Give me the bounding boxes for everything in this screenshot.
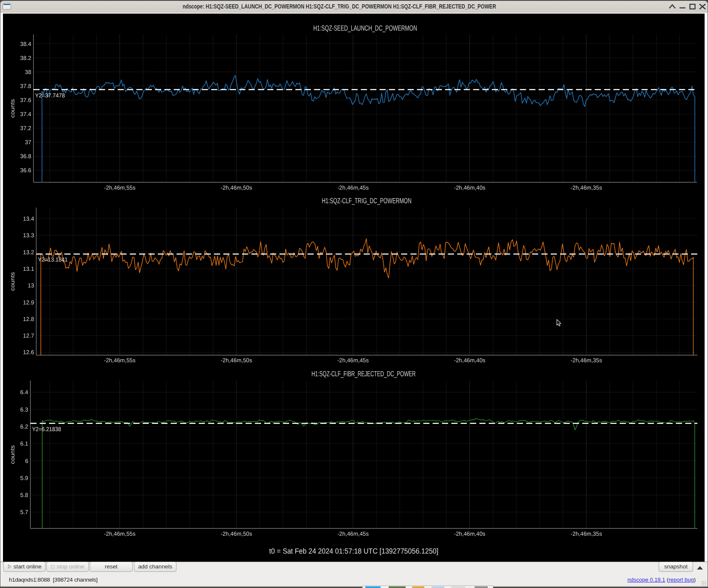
svg-text:Y2=13.1841: Y2=13.1841 (38, 256, 68, 263)
svg-text:-2h,46m,40s: -2h,46m,40s (454, 357, 486, 364)
svg-text:37: 37 (25, 139, 31, 145)
svg-text:13.3: 13.3 (23, 232, 34, 239)
svg-text:-2h,46m,35s: -2h,46m,35s (571, 357, 602, 364)
svg-text:37.2: 37.2 (20, 125, 31, 131)
svg-text:37.4: 37.4 (20, 111, 31, 117)
svg-text:-2h,46m,50s: -2h,46m,50s (221, 357, 252, 364)
svg-text:13.4: 13.4 (23, 216, 34, 222)
svg-text:-2h,46m,45s: -2h,46m,45s (337, 185, 369, 191)
svg-text:12.7: 12.7 (23, 332, 34, 339)
svg-text:6: 6 (25, 457, 28, 464)
svg-text:-2h,46m,50s: -2h,46m,50s (221, 531, 252, 537)
svg-text:6.2: 6.2 (20, 423, 28, 429)
svg-text:-2h,46m,55s: -2h,46m,55s (104, 357, 136, 364)
svg-text:37.6: 37.6 (20, 97, 31, 103)
svg-text:-2h,46m,35s: -2h,46m,35s (571, 185, 602, 191)
svg-text:-2h,46m,40s: -2h,46m,40s (454, 531, 486, 537)
svg-text:-2h,46m,45s: -2h,46m,45s (337, 357, 369, 364)
svg-text:38.2: 38.2 (20, 54, 31, 61)
svg-text:counts: counts (9, 272, 16, 290)
svg-text:H1:SQZ-CLF_FIBR_REJECTED_DC_PO: H1:SQZ-CLF_FIBR_REJECTED_DC_POWER (312, 369, 416, 378)
svg-text:12.8: 12.8 (23, 315, 34, 322)
svg-text:5.9: 5.9 (20, 474, 28, 481)
svg-text:Y2=6.21838: Y2=6.21838 (32, 426, 61, 432)
svg-text:counts: counts (9, 99, 16, 117)
svg-text:13.2: 13.2 (23, 249, 34, 255)
svg-text:6.1: 6.1 (20, 440, 28, 447)
svg-text:Y2=37.7478: Y2=37.7478 (35, 92, 65, 98)
svg-text:6.4: 6.4 (20, 389, 28, 395)
svg-text:-2h,46m,35s: -2h,46m,35s (571, 531, 602, 537)
svg-text:38: 38 (25, 68, 31, 75)
svg-text:-2h,46m,40s: -2h,46m,40s (454, 185, 486, 191)
svg-text:6.3: 6.3 (20, 406, 28, 412)
svg-text:37.8: 37.8 (20, 82, 31, 89)
svg-text:36.8: 36.8 (20, 153, 31, 159)
svg-text:12.9: 12.9 (23, 299, 34, 305)
svg-text:-2h,46m,55s: -2h,46m,55s (104, 185, 136, 191)
svg-text:t0 = Sat Feb 24 2024 01:57:18: t0 = Sat Feb 24 2024 01:57:18 UTC [13927… (269, 547, 438, 555)
svg-text:36.6: 36.6 (20, 167, 31, 173)
svg-text:12.6: 12.6 (23, 349, 34, 355)
svg-text:13: 13 (28, 282, 34, 289)
svg-text:5.8: 5.8 (20, 492, 28, 498)
svg-text:counts: counts (9, 445, 16, 463)
svg-text:H1:SQZ-CLF_TRIG_DC_POWERMON: H1:SQZ-CLF_TRIG_DC_POWERMON (322, 196, 412, 205)
svg-text:13.1: 13.1 (23, 265, 34, 272)
svg-text:5.7: 5.7 (20, 509, 28, 515)
svg-text:H1:SQZ-SEED_LAUNCH_DC_POWERMON: H1:SQZ-SEED_LAUNCH_DC_POWERMON (313, 23, 417, 32)
svg-text:-2h,46m,50s: -2h,46m,50s (221, 185, 252, 191)
svg-text:-2h,46m,45s: -2h,46m,45s (337, 531, 369, 537)
svg-text:38.4: 38.4 (20, 40, 31, 47)
svg-text:-2h,46m,55s: -2h,46m,55s (104, 531, 136, 537)
